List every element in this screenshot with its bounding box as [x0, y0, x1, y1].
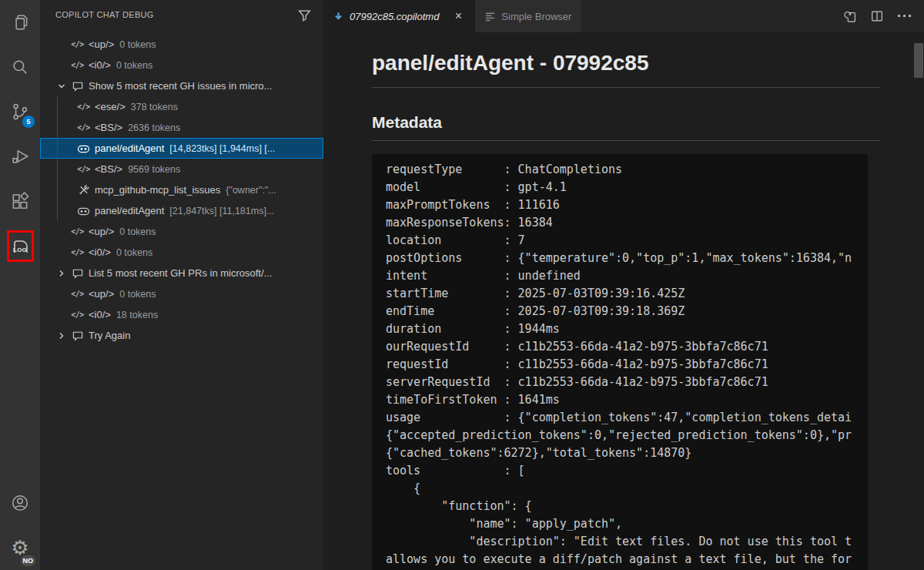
editor-group: 07992c85.copilotmd Simple Browser [323, 0, 924, 570]
tree-item-description: 0 tokens [119, 289, 156, 300]
copilot-chat-debug-panel: COPILOT CHAT DEBUG [40, 0, 323, 570]
tree-item[interactable]: Try Again [40, 325, 323, 346]
comment-icon [70, 80, 85, 92]
code-line: tools : [ [386, 462, 868, 480]
tree-item-label: Try Again [89, 330, 130, 341]
tree-item-label: <BS/> [95, 163, 122, 175]
tree-item[interactable]: <ese/> 378 tokens [40, 96, 323, 117]
activity-bar-bottom: NO [0, 481, 40, 570]
chevron-icon [62, 163, 74, 176]
tree-item[interactable]: <up/> 0 tokens [40, 283, 323, 304]
tree-item[interactable]: panel/editAgent [14,823tks] [1,944ms] [.… [40, 138, 323, 159]
account-icon[interactable] [0, 481, 40, 525]
activity-bar: 5 LOG [0, 0, 40, 570]
code-line: requestId : c11b2553-66da-41a2-b975-3bbf… [386, 356, 868, 374]
code-icon [70, 39, 85, 51]
code-line: ourRequestId : c11b2553-66da-41a2-b975-3… [386, 338, 868, 356]
code-line: maxPromptTokens : 111616 [386, 196, 868, 214]
log-output-icon[interactable]: LOG [0, 223, 40, 268]
tree-item[interactable]: List 5 most recent GH PRs in microsoft/.… [40, 263, 323, 283]
extensions-icon[interactable] [0, 179, 40, 223]
editor-scrollbar[interactable] [914, 43, 923, 78]
tree-item-description: 0 tokens [116, 60, 152, 71]
tree-item[interactable]: <i0/> 18 tokens [40, 304, 323, 325]
open-preview-icon[interactable] [843, 9, 857, 23]
chevron-icon [55, 288, 68, 300]
editor-actions [843, 0, 924, 32]
tree-item-label: <i0/> [89, 246, 111, 258]
split-editor-icon[interactable] [870, 9, 884, 23]
tree-item-description: 378 tokens [131, 102, 178, 112]
code-line: maxResponseTokens: 16384 [386, 214, 868, 232]
page-title: panel/editAgent - 07992c85 [372, 50, 880, 88]
code-icon [70, 59, 85, 72]
comment-icon [70, 330, 85, 342]
filter-icon[interactable] [298, 8, 311, 22]
scm-count-badge: 5 [22, 116, 35, 128]
source-control-icon[interactable]: 5 [0, 89, 40, 134]
tree-item-label: Show 5 most recent GH issues in micro... [89, 80, 272, 92]
metadata-code-block: requestType : ChatCompletionsmodel : gpt… [372, 154, 868, 570]
chevron-icon [55, 246, 68, 259]
code-icon [70, 288, 85, 300]
chevron-icon [62, 184, 74, 196]
copilot-icon [76, 205, 91, 217]
tree-item-description: 9569 tokens [128, 164, 180, 175]
tree-item-label: mcp_github-mcp_list_issues [95, 184, 220, 196]
code-icon [70, 246, 85, 259]
tree-item-label: <i0/> [89, 309, 111, 320]
search-icon[interactable] [0, 45, 40, 89]
tree-item-description: 0 tokens [119, 226, 156, 237]
tab-simple-browser[interactable]: Simple Browser [475, 0, 581, 32]
close-icon[interactable] [450, 8, 466, 24]
markdown-preview: panel/editAgent - 07992c85 Metadata requ… [323, 32, 880, 570]
comment-icon [70, 267, 85, 280]
explorer-icon[interactable] [0, 0, 40, 45]
code-line: {"cached_tokens":6272},"total_tokens":14… [386, 444, 868, 462]
tab-bar: 07992c85.copilotmd Simple Browser [323, 0, 924, 32]
tree-item[interactable]: panel/editAgent [21,847tks] [11,181ms]..… [40, 200, 323, 221]
tree-item[interactable]: <i0/> 0 tokens [40, 242, 323, 263]
code-line: intent : undefined [386, 267, 868, 285]
code-icon [76, 101, 91, 113]
settings-badge: NO [21, 555, 36, 566]
tree-item[interactable]: <BS/> 2636 tokens [40, 117, 323, 138]
tree-item-description: 0 tokens [119, 39, 156, 50]
chevron-icon [62, 142, 74, 155]
run-debug-icon[interactable] [0, 134, 40, 179]
tree-item-description: {"owner":"... [226, 185, 276, 196]
more-actions-icon[interactable] [897, 9, 913, 23]
list-icon [484, 11, 496, 22]
code-line: endTime : 2025-07-03T09:39:18.369Z [386, 303, 868, 320]
code-line: duration : 1944ms [386, 320, 868, 338]
settings-gear-icon[interactable]: NO [0, 525, 40, 570]
tree-item-label: panel/editAgent [95, 205, 164, 216]
tree-item[interactable]: <i0/> 0 tokens [40, 55, 323, 75]
tree-item[interactable]: <up/> 0 tokens [40, 34, 323, 55]
chevron-icon [55, 39, 68, 51]
code-icon [76, 163, 91, 176]
chevron-icon [55, 309, 68, 321]
code-line: postOptions : {"temperature":0,"top_p":1… [386, 250, 868, 267]
tree-item[interactable]: <BS/> 9569 tokens [40, 159, 323, 179]
metadata-heading: Metadata [372, 112, 880, 141]
tree-item[interactable]: Show 5 most recent GH issues in micro... [40, 75, 323, 96]
code-line: timeToFirstToken : 1641ms [386, 391, 868, 409]
tree-item-description: [14,823tks] [1,944ms] [... [169, 143, 275, 154]
arrow-down-icon [333, 11, 344, 22]
tree-item-label: panel/editAgent [95, 142, 164, 154]
code-line: requestType : ChatCompletions [386, 161, 868, 179]
chevron-icon [62, 101, 74, 113]
tree-item-description: 0 tokens [116, 247, 152, 258]
tree-item-label: <up/> [89, 288, 114, 300]
sidebar-title: COPILOT CHAT DEBUG [55, 10, 298, 19]
tab-copilotmd[interactable]: 07992c85.copilotmd [323, 0, 475, 32]
tree-item[interactable]: <up/> 0 tokens [40, 221, 323, 242]
tree-item[interactable]: mcp_github-mcp_list_issues {"owner":"... [40, 179, 323, 200]
code-icon [76, 122, 91, 134]
tree-item-label: <i0/> [89, 59, 111, 71]
chevron-icon [55, 226, 68, 238]
tab-label: Simple Browser [501, 11, 571, 22]
chevron-icon [55, 330, 68, 342]
tree-item-label: <BS/> [95, 122, 122, 133]
